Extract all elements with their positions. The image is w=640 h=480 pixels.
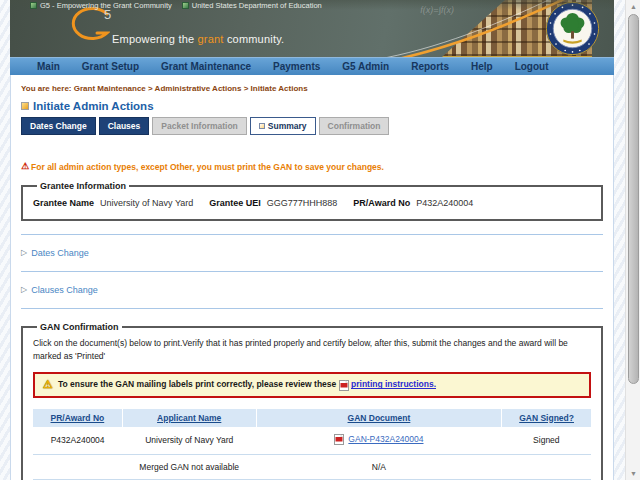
nav-item-grant-maintenance[interactable]: Grant Maintenance [150, 61, 262, 72]
cell-pr-award-no: P432A240004 [33, 427, 122, 455]
window-title-bar: G5 - Empowering the Grant Community Unit… [10, 0, 614, 10]
page-title: Initiate Admin Actions [21, 100, 603, 112]
banner: G5 - Empowering the Grant Community Unit… [10, 0, 614, 57]
alert-text: To ensure the GAN mailing labels print c… [58, 379, 336, 389]
dates-change-section-label: Dates Change [31, 248, 89, 258]
divider [21, 308, 603, 309]
printing-alert-box: ⚠ To ensure the GAN mailing labels print… [33, 372, 591, 397]
gan-confirmation-fieldset: GAN Confirmation Click on the document(s… [21, 322, 603, 480]
gan-document-link-text: GAN-P432A240004 [348, 434, 423, 444]
col-header-pr-award-no[interactable]: PR/Award No [33, 409, 122, 427]
cell-applicant-name: Merged GAN not available [122, 454, 256, 479]
grantee-fields: Grantee Name University of Navy Yard Gra… [33, 198, 591, 208]
clauses-change-section-label: Clauses Change [31, 285, 98, 295]
form-icon [21, 102, 29, 110]
window-title-text: United States Department of Education [192, 1, 322, 10]
col-header-gan-signed[interactable]: GAN Signed? [502, 409, 591, 427]
breadcrumb-path[interactable]: Grant Maintenance > Administrative Actio… [74, 84, 308, 93]
tagline-pre: Empowering the [112, 33, 198, 45]
alert-triangle-icon: ⚠ [43, 379, 53, 390]
tab-summary[interactable]: Summary [250, 117, 316, 135]
grantee-information-legend: Grantee Information [37, 181, 129, 191]
favicon-icon [30, 2, 37, 9]
cell-gan-document: GAN-P432A240004 [256, 427, 502, 455]
tab-packet-information: Packet Information [152, 117, 247, 135]
cell-pr-award-no [33, 454, 122, 479]
nav-item-grant-setup[interactable]: Grant Setup [71, 61, 150, 72]
nav-item-help[interactable]: Help [460, 61, 504, 72]
cell-applicant-name: University of Navy Yard [122, 427, 256, 455]
clauses-change-section-toggle[interactable]: ▷ Clauses Change [21, 285, 603, 295]
window-title-g5: G5 - Empowering the Grant Community [30, 1, 172, 10]
gan-document-link[interactable]: GAN-P432A240004 [334, 434, 423, 445]
scrollbar-thumb[interactable] [628, 14, 639, 384]
tab-bar: Dates Change Clauses Packet Information … [21, 117, 603, 135]
banner-tagline: Empowering the grant community. [112, 33, 284, 45]
g5-logo: 5 [66, 6, 111, 46]
nav-item-g5-admin[interactable]: G5 Admin [331, 61, 400, 72]
warning-icon: ⚠ [21, 162, 29, 171]
col-header-gan-document[interactable]: GAN Document [256, 409, 502, 427]
pr-award-no-value: P432A240004 [416, 198, 473, 208]
grantee-information-fieldset: Grantee Information Grantee Name Univers… [21, 181, 603, 221]
table-row: P432A240004 University of Navy Yard [33, 427, 591, 455]
gan-instructions: Click on the document(s) below to print.… [33, 337, 591, 363]
g5-logo-number: 5 [104, 7, 111, 46]
grantee-uei-value: GGG777HHH888 [267, 198, 338, 208]
tab-summary-label: Summary [268, 121, 307, 131]
pdf-icon [334, 434, 344, 445]
collapsed-triangle-icon: ▷ [21, 286, 27, 294]
gan-table-header-row: PR/Award No Applicant Name GAN Document … [33, 409, 591, 427]
cell-gan-document: N/A [256, 454, 502, 479]
tab-dates-change[interactable]: Dates Change [21, 117, 96, 135]
vertical-scrollbar[interactable]: ▲ ▼ [625, 0, 640, 480]
warning-text: For all admin action types, except Other… [31, 162, 384, 172]
gan-print-warning: ⚠ For all admin action types, except Oth… [21, 162, 603, 172]
tagline-highlight: grant [198, 33, 224, 45]
nav-item-logout[interactable]: Logout [504, 61, 560, 72]
divider [21, 271, 603, 272]
page-title-text: Initiate Admin Actions [33, 100, 154, 112]
dates-change-section-toggle[interactable]: ▷ Dates Change [21, 248, 603, 258]
main-navbar: Main Grant Setup Grant Maintenance Payme… [10, 57, 614, 75]
cell-gan-signed: Signed [502, 427, 591, 455]
browser-viewport: G5 - Empowering the Grant Community Unit… [0, 0, 640, 480]
favicon-icon [182, 2, 189, 9]
printing-instructions-link[interactable]: printing instructions. [351, 379, 436, 389]
grantee-name-label: Grantee Name [33, 198, 94, 208]
scroll-up-icon[interactable]: ▲ [626, 3, 640, 10]
table-row: Merged GAN not available N/A [33, 454, 591, 479]
gan-table: PR/Award No Applicant Name GAN Document … [33, 409, 591, 480]
pr-award-no-label: PR/Award No [353, 198, 410, 208]
divider [21, 234, 603, 235]
tagline-post: community. [224, 33, 285, 45]
breadcrumb: You are here: Grant Maintenance > Admini… [21, 75, 603, 93]
breadcrumb-label: You are here: [21, 84, 72, 93]
nav-item-main[interactable]: Main [26, 61, 71, 72]
scroll-down-icon[interactable]: ▼ [626, 470, 640, 477]
cell-gan-signed [502, 454, 591, 479]
window-title-text: G5 - Empowering the Grant Community [40, 1, 172, 10]
content-area: You are here: Grant Maintenance > Admini… [10, 75, 614, 480]
col-header-applicant-name[interactable]: Applicant Name [122, 409, 256, 427]
summary-tab-icon [259, 123, 265, 129]
collapsed-triangle-icon: ▷ [21, 249, 27, 257]
tab-confirmation: Confirmation [319, 117, 390, 135]
grantee-name-value: University of Navy Yard [100, 198, 193, 208]
alert-text-wrap: To ensure the GAN mailing labels print c… [58, 379, 436, 390]
gan-confirmation-legend: GAN Confirmation [37, 322, 122, 332]
tab-clauses[interactable]: Clauses [99, 117, 150, 135]
g5-page: G5 - Empowering the Grant Community Unit… [10, 0, 614, 480]
pdf-icon [339, 380, 349, 391]
window-title-doe: United States Department of Education [182, 1, 322, 10]
nav-item-reports[interactable]: Reports [400, 61, 460, 72]
nav-item-payments[interactable]: Payments [262, 61, 331, 72]
grantee-uei-label: Grantee UEI [209, 198, 261, 208]
